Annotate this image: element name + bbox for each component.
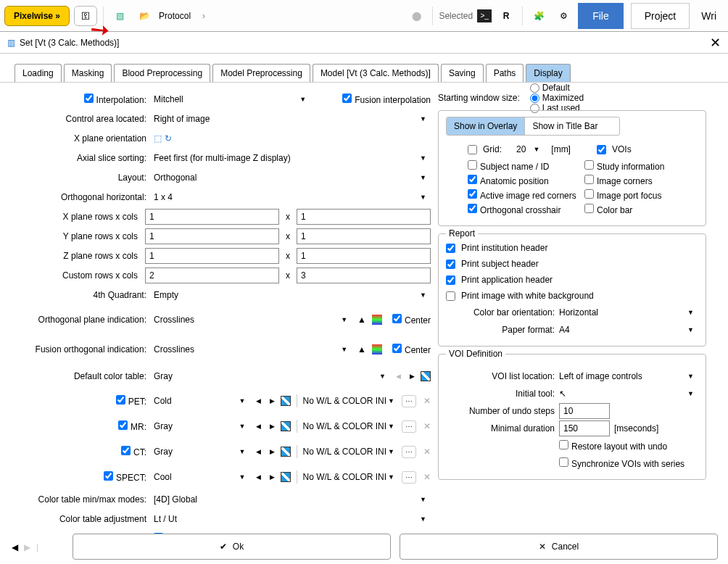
- triangle-up-icon[interactable]: ▲: [355, 315, 369, 325]
- overlay-check-vois[interactable]: VOIs: [597, 144, 632, 154]
- yrc-rows-input[interactable]: [145, 228, 279, 244]
- chip-icon[interactable]: ▧: [109, 7, 130, 25]
- tab-model-preprocessing[interactable]: Model Preprocessing: [212, 64, 310, 82]
- clear-icon[interactable]: ✕: [423, 396, 431, 406]
- mindur-input[interactable]: [559, 420, 610, 436]
- paper-select[interactable]: A4▼: [559, 325, 698, 335]
- subtab-show-in-overlay[interactable]: Show in Overlay: [447, 117, 524, 135]
- tab-paths[interactable]: Paths: [486, 64, 524, 82]
- restore-check[interactable]: Restore layout with undo: [559, 440, 667, 452]
- overlay-check-image-port-focus[interactable]: Image port focus: [584, 189, 694, 201]
- center-check-1[interactable]: Center: [392, 314, 431, 325]
- lut-icon[interactable]: [421, 371, 431, 381]
- grid-check[interactable]: Grid:: [468, 144, 502, 154]
- start-win-radio-default[interactable]: Default: [530, 83, 584, 93]
- key-icon-button[interactable]: ⚿: [74, 6, 97, 26]
- overlay-check-active-image-red-corners[interactable]: Active image red corners: [468, 189, 577, 201]
- overlay-check-color-bar[interactable]: Color bar: [584, 204, 694, 215]
- next-icon[interactable]: ▶: [267, 397, 278, 405]
- next-icon[interactable]: ▶: [267, 448, 278, 455]
- lut-icon[interactable]: [281, 447, 291, 457]
- next-icon[interactable]: ▶: [407, 373, 418, 380]
- ellipsis-icon[interactable]: ⋯: [402, 395, 416, 407]
- modality-2-wl-select[interactable]: No W/L & COLOR INI▼: [303, 447, 400, 457]
- ct-adj-select[interactable]: Lt / Ut▼: [154, 514, 431, 524]
- tab-project[interactable]: Project: [631, 3, 690, 29]
- modality-3-check[interactable]: SPECT:: [104, 473, 146, 483]
- color-picker-icon[interactable]: [372, 315, 382, 325]
- crc-rows-input[interactable]: [145, 268, 279, 283]
- lut-icon[interactable]: [281, 472, 291, 482]
- next-icon[interactable]: ▶: [267, 423, 278, 430]
- next-icon[interactable]: ▶: [267, 473, 278, 481]
- folder-icon[interactable]: 📂: [134, 7, 154, 25]
- voi-loc-select[interactable]: Left of image controls▼: [559, 371, 698, 381]
- triangle-up-icon[interactable]: ▲: [355, 344, 369, 354]
- overlay-check-study-information[interactable]: Study information: [584, 160, 694, 172]
- report-check-print-image-with-white-background[interactable]: Print image with white background: [446, 291, 594, 301]
- lut-icon[interactable]: [281, 421, 291, 431]
- report-check-print-application-header[interactable]: Print application header: [446, 275, 553, 285]
- zrc-rows-input[interactable]: [145, 248, 279, 264]
- xrc-cols-input[interactable]: [297, 209, 431, 225]
- modality-0-color-select[interactable]: Cold▼: [154, 396, 250, 406]
- init-tool-select[interactable]: ↖▼: [559, 389, 698, 399]
- clear-icon[interactable]: ✕: [423, 472, 431, 482]
- modality-2-check[interactable]: CT:: [121, 447, 146, 457]
- zrc-cols-input[interactable]: [297, 248, 431, 264]
- subtab-show-in-title-bar[interactable]: Show in Title Bar: [524, 117, 605, 135]
- clear-icon[interactable]: ✕: [423, 447, 431, 457]
- gear-icon[interactable]: ⚙: [553, 7, 574, 25]
- tab-model-vt-calc-methods-[interactable]: Model [Vt (3 Calc. Methods)]: [313, 64, 439, 82]
- yrc-cols-input[interactable]: [297, 228, 431, 244]
- pixelwise-button[interactable]: Pixelwise »: [4, 6, 70, 26]
- overlay-check-anatomic-position[interactable]: Anatomic position: [468, 175, 577, 186]
- ct-minmax-select[interactable]: [4D] Global▼: [154, 494, 431, 505]
- crc-cols-input[interactable]: [297, 268, 431, 283]
- interpolation-select[interactable]: Mitchell▼: [154, 94, 310, 104]
- x-plane-or-icons[interactable]: ⬚ ↻: [154, 133, 431, 144]
- fusion-interp-check[interactable]: Fusion interpolation: [342, 94, 431, 105]
- tab-blood-preprocessing[interactable]: Blood Preprocessing: [114, 64, 210, 82]
- prev-icon[interactable]: ◀: [253, 397, 264, 405]
- control-area-select[interactable]: Right of image▼: [154, 114, 431, 124]
- ok-button[interactable]: ✔Ok: [73, 534, 391, 560]
- xrc-rows-input[interactable]: [145, 209, 279, 225]
- overlay-check-subject-name-id[interactable]: Subject name / ID: [468, 160, 577, 172]
- tab-loading[interactable]: Loading: [15, 64, 62, 82]
- prev-icon[interactable]: ◀: [253, 448, 264, 455]
- tab-display[interactable]: Display: [526, 64, 570, 82]
- cancel-button[interactable]: ✕Cancel: [400, 534, 718, 560]
- modality-1-check[interactable]: MR:: [118, 422, 146, 432]
- tab-wri[interactable]: Wri: [694, 3, 724, 29]
- modality-0-check[interactable]: PET:: [116, 397, 146, 407]
- prev-icon[interactable]: ◀: [253, 423, 264, 430]
- axial-sort-select[interactable]: Feet first (for multi-image Z display)▼: [154, 153, 431, 163]
- terminal-icon[interactable]: >_: [477, 9, 492, 22]
- overlay-check-orthogonal-crosshair[interactable]: Orthogonal crosshair: [468, 204, 577, 215]
- def-color-select[interactable]: Gray▼: [154, 371, 390, 381]
- prev-icon[interactable]: ◀: [253, 473, 264, 481]
- cbo-select[interactable]: Horizontal▼: [559, 307, 698, 318]
- color-picker-icon[interactable]: [372, 344, 382, 354]
- center-check-2[interactable]: Center: [392, 344, 431, 355]
- modality-3-wl-select[interactable]: No W/L & COLOR INI▼: [303, 472, 400, 482]
- report-check-print-institution-header[interactable]: Print institution header: [446, 243, 547, 253]
- circle-icon[interactable]: ⬤: [406, 7, 426, 25]
- orth-plane-ind-select[interactable]: Crosslines▼: [154, 315, 352, 325]
- prev-icon[interactable]: ◀: [393, 373, 404, 380]
- ellipsis-icon[interactable]: ⋯: [402, 471, 416, 484]
- modality-1-wl-select[interactable]: No W/L & COLOR INI▼: [303, 421, 400, 431]
- modality-3-color-select[interactable]: Cool▼: [154, 472, 250, 482]
- modality-1-color-select[interactable]: Gray▼: [154, 421, 250, 431]
- lut-icon[interactable]: [281, 396, 291, 406]
- ellipsis-icon[interactable]: ⋯: [402, 446, 416, 458]
- tab-masking[interactable]: Masking: [64, 64, 112, 82]
- interpolation-check[interactable]: Interpolation:: [84, 95, 146, 105]
- start-win-radio-maximized[interactable]: Maximized: [530, 93, 584, 103]
- undo-input[interactable]: [559, 403, 610, 419]
- report-check-print-subject-header[interactable]: Print subject header: [446, 259, 539, 269]
- caret-down-icon[interactable]: ▼: [530, 146, 542, 153]
- modality-2-color-select[interactable]: Gray▼: [154, 447, 250, 457]
- close-icon[interactable]: ✕: [710, 35, 721, 51]
